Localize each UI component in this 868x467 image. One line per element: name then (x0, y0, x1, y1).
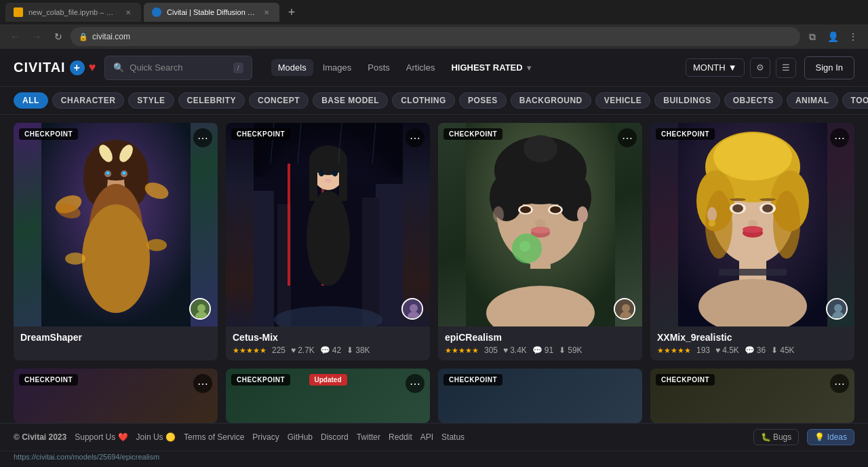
epic-stars: ★★★★★ (445, 346, 479, 355)
cat-clothing[interactable]: CLOTHING (392, 92, 455, 109)
filter-button[interactable]: ⚙ (750, 58, 770, 78)
bugs-button[interactable]: 🐛 Bugs (753, 429, 800, 445)
footer-discord[interactable]: Discord (321, 432, 349, 442)
svg-rect-94 (719, 269, 787, 276)
more-button[interactable]: ⋮ (844, 27, 863, 46)
svg-point-67 (493, 206, 504, 223)
tab-new-button[interactable]: + (282, 3, 301, 22)
cat-buildings[interactable]: BUILDINGS (654, 92, 720, 109)
logo-plus-icon[interactable]: + (70, 60, 85, 75)
xxmix-heart-icon: ♥ (715, 345, 720, 355)
cat-objects[interactable]: OBJECTS (724, 92, 783, 109)
bottom-card-4[interactable]: CHECKPOINT ⋯ (650, 369, 854, 423)
bottom-card-2[interactable]: CHECKPOINT Updated ⋯ (226, 369, 430, 423)
status-url: https://civitai.com/models/25694/epicrea… (14, 453, 159, 461)
bottom-card-3[interactable]: CHECKPOINT (438, 369, 642, 423)
footer-reddit[interactable]: Reddit (389, 432, 412, 442)
logo-text: CIVITAI (14, 60, 66, 75)
search-bar[interactable]: 🔍 Quick Search / (104, 56, 252, 80)
svg-point-91 (743, 226, 763, 233)
bottom-menu-4[interactable]: ⋯ (830, 374, 849, 393)
bottom-card-row: CHECKPOINT ⋯ CHECKPOINT Updated ⋯ CHECKP… (0, 369, 868, 423)
tab-colab-close[interactable]: ✕ (123, 7, 133, 17)
epic-menu[interactable]: ⋯ (618, 128, 637, 147)
xxmix-menu[interactable]: ⋯ (830, 128, 849, 147)
bottom-card-1[interactable]: CHECKPOINT ⋯ (14, 369, 218, 423)
svg-rect-26 (254, 191, 274, 326)
model-card-epicrealism[interactable]: CHECKPOINT ⋯ epiCRealism ★★★★★ 305 ♥ 3.4… (438, 123, 642, 360)
layout-button[interactable]: ☰ (776, 58, 796, 78)
footer-support[interactable]: Support Us ❤️ (75, 432, 127, 442)
bottom-menu-1[interactable]: ⋯ (193, 374, 212, 393)
cat-character[interactable]: CHARACTER (52, 92, 125, 109)
bottom-menu-2[interactable]: ⋯ (406, 374, 425, 393)
xxmix-stars: ★★★★★ (657, 346, 691, 355)
footer-tos[interactable]: Terms of Service (184, 432, 244, 442)
model-card-xxmix[interactable]: CHECKPOINT ⋯ XXMix_9realistic ★★★★★ 193 … (650, 123, 854, 360)
cat-celebrity[interactable]: CELEBRITY (178, 92, 245, 109)
browser-chrome: new_colab_file.ipynb – Colabora... ✕ Civ… (0, 0, 868, 49)
sort-chevron-icon: ▼ (526, 64, 533, 72)
nav-articles[interactable]: Articles (399, 59, 442, 76)
tab-colab[interactable]: new_colab_file.ipynb – Colabora... ✕ (5, 3, 141, 22)
logo-heart-icon[interactable]: ♥ (89, 60, 97, 75)
tab-civitai-close[interactable]: ✕ (262, 7, 271, 17)
svg-point-82 (773, 191, 800, 259)
svg-point-37 (319, 170, 324, 176)
nav-images[interactable]: Images (316, 59, 359, 76)
nav-posts[interactable]: Posts (361, 59, 397, 76)
epic-comment-icon: 💬 (532, 345, 542, 355)
footer-github[interactable]: GitHub (288, 432, 313, 442)
comment-icon: 💬 (320, 345, 330, 355)
footer-privacy[interactable]: Privacy (252, 432, 279, 442)
cat-concept[interactable]: CONCEPT (249, 92, 309, 109)
cat-poses[interactable]: POSES (459, 92, 507, 109)
cat-vehicle[interactable]: VEHICLE (595, 92, 651, 109)
epic-likes: ♥ 3.4K (503, 345, 527, 355)
back-button[interactable]: ← (5, 27, 24, 46)
cetus-downloads: ⬇ 38K (347, 345, 370, 355)
footer-status[interactable]: Status (441, 432, 465, 442)
svg-point-86 (762, 204, 773, 212)
cat-all[interactable]: ALL (14, 92, 48, 109)
profile-button[interactable]: 👤 (823, 27, 842, 46)
heart-icon: ♥ (291, 345, 296, 355)
cat-background[interactable]: BACKGROUND (511, 92, 591, 109)
cetus-menu[interactable]: ⋯ (406, 128, 425, 147)
model-card-dreamshaper[interactable]: CHECKPOINT ⋯ DreamShaper (14, 123, 218, 360)
logo[interactable]: CIVITAI + ♥ (14, 60, 96, 75)
site-footer: © Civitai 2023 Support Us ❤️ Join Us 🟡 T… (0, 423, 868, 451)
cetus-stars: ★★★★★ (233, 346, 267, 355)
cat-animal[interactable]: ANIMAL (787, 92, 838, 109)
sort-button[interactable]: HIGHEST RATED ▼ (444, 59, 539, 76)
cat-tool[interactable]: TOOL (842, 92, 868, 109)
tab-civitai[interactable]: Civitai | Stable Diffusion models... ✕ (144, 3, 279, 22)
model-card-cetus[interactable]: CHECKPOINT ⋯ Cetus-Mix ★★★★★ 225 ♥ 2.7K (226, 123, 430, 360)
footer-twitter[interactable]: Twitter (357, 432, 380, 442)
cat-style[interactable]: STYLE (128, 92, 174, 109)
refresh-button[interactable]: ↻ (49, 27, 68, 46)
svg-point-89 (748, 220, 757, 227)
forward-button[interactable]: → (27, 27, 46, 46)
cat-base-model[interactable]: BASE MODEL (313, 92, 388, 109)
search-placeholder: Quick Search (130, 62, 182, 73)
extensions-button[interactable]: ⧉ (803, 27, 822, 46)
svg-point-38 (332, 170, 338, 176)
civitai-favicon (152, 7, 161, 17)
svg-point-93 (709, 220, 715, 227)
svg-point-55 (524, 135, 557, 162)
address-bar[interactable]: 🔒 civitai.com (71, 27, 800, 46)
dreamshaper-figure (41, 123, 191, 326)
category-bar: ALL CHARACTER STYLE CELEBRITY CONCEPT BA… (0, 87, 868, 115)
epic-title: epiCRealism (445, 332, 635, 343)
svg-point-20 (123, 172, 125, 174)
footer-api[interactable]: API (420, 432, 433, 442)
ideas-button[interactable]: 💡 Ideas (807, 429, 854, 445)
xxmix-badge: CHECKPOINT (656, 128, 715, 140)
dreamshaper-image: CHECKPOINT ⋯ (14, 123, 218, 326)
sign-in-button[interactable]: Sign In (804, 56, 854, 79)
nav-models[interactable]: Models (271, 59, 313, 76)
footer-join[interactable]: Join Us 🟡 (136, 432, 176, 442)
period-button[interactable]: MONTH ▼ (686, 58, 745, 77)
dreamshaper-menu[interactable]: ⋯ (193, 128, 212, 147)
